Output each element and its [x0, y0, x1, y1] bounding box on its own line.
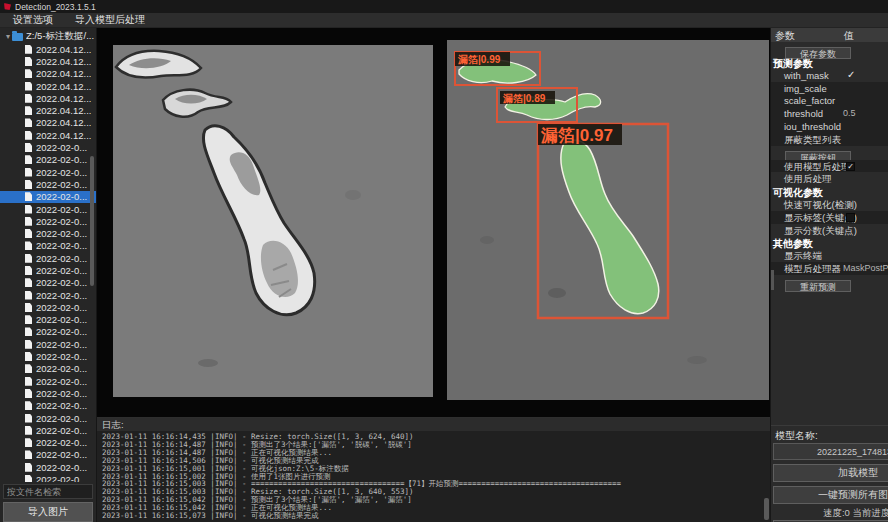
- tree-item-label: 2022.04.12...: [36, 93, 91, 104]
- param-row[interactable]: 显示分数(关键点): [771, 224, 888, 237]
- tree-item[interactable]: 2022-02-0...: [0, 154, 96, 166]
- title-bar: Detection_2023.1.5.1: [0, 0, 888, 13]
- tree-item[interactable]: 2022-02-0...: [0, 166, 96, 178]
- tree-item[interactable]: 2022-02-0...: [0, 277, 96, 289]
- load-model-button[interactable]: 加载模型: [773, 464, 888, 482]
- file-icon: [25, 414, 32, 423]
- tree-item[interactable]: 2022-02-0...: [0, 191, 96, 203]
- file-icon: [25, 229, 32, 238]
- model-name-field[interactable]: 20221225_174813: [773, 443, 888, 460]
- tree-item[interactable]: 2022-02-0...: [0, 326, 96, 338]
- file-icon: [25, 155, 32, 164]
- tree-item-label: 2022-02-0...: [36, 363, 87, 374]
- file-icon: [25, 192, 32, 201]
- param-row[interactable]: 快速可视化(检测): [771, 198, 888, 211]
- params-rows: 保存参数预测参数with_mask✓img_scalescale_factort…: [771, 42, 888, 289]
- tree-item[interactable]: 2022-02-0...: [0, 473, 96, 482]
- tree-item-label: 2022-02-0...: [36, 425, 87, 436]
- tree-item-label: 2022-02-0...: [36, 290, 87, 301]
- menu-item-0[interactable]: 设置选项: [9, 13, 57, 27]
- tree-item[interactable]: 2022-02-0...: [0, 141, 96, 153]
- tree-item[interactable]: 2022.04.12...: [0, 117, 96, 129]
- param-row[interactable]: with_mask✓: [771, 69, 888, 82]
- original-image[interactable]: [113, 45, 433, 397]
- tree-item[interactable]: 2022-02-0...: [0, 264, 96, 276]
- tree-item-label: 2022-02-0...: [36, 191, 87, 202]
- param-section-label: 可视化参数: [771, 185, 888, 198]
- tree-item[interactable]: 2022-02-0...: [0, 301, 96, 313]
- file-icon: [25, 180, 32, 189]
- param-row[interactable]: 使用模型后处理✓: [771, 160, 888, 173]
- file-icon: [25, 168, 32, 177]
- file-icon: [25, 475, 32, 482]
- tree-item[interactable]: 2022-02-0...: [0, 400, 96, 412]
- tree-item[interactable]: 2022-02-0...: [0, 350, 96, 362]
- tree-item[interactable]: 2022-02-0...: [0, 240, 96, 252]
- params-scrollbar[interactable]: [771, 270, 774, 290]
- tree-item-label: 2022-02-0...: [36, 449, 87, 460]
- tree-item-label: 2022-02-0...: [36, 228, 87, 239]
- tree-item[interactable]: 2022-02-0...: [0, 178, 96, 190]
- param-button[interactable]: 重新预测: [785, 280, 851, 292]
- tree-item[interactable]: 2022-02-0...: [0, 449, 96, 461]
- progress-status: 速度:0 当前进度:: [773, 507, 888, 520]
- param-row[interactable]: 显示终端: [771, 249, 888, 262]
- param-row[interactable]: threshold0.5: [771, 107, 888, 120]
- checkbox-unchecked[interactable]: [846, 213, 855, 222]
- log-scrollbar[interactable]: [764, 498, 769, 520]
- tree-item[interactable]: 2022-02-0...: [0, 252, 96, 264]
- tree-item[interactable]: 2022-02-0...: [0, 424, 96, 436]
- param-row[interactable]: 模型后处理器MaskPostPro: [771, 262, 888, 275]
- log-line: 2023-01-11 16:16:14,435 |INFO| - Resize:…: [102, 433, 770, 441]
- params-panel: 参数 值 保存参数预测参数with_mask✓img_scalescale_fa…: [770, 28, 888, 522]
- param-row[interactable]: img_scale: [771, 82, 888, 95]
- tree-item[interactable]: 2022-02-0...: [0, 314, 96, 326]
- tree-item[interactable]: 2022-02-0...: [0, 461, 96, 473]
- image-viewer: 漏箔|0.99 漏箔|0.89 漏箔|0.97: [97, 28, 770, 417]
- tree-item[interactable]: 2022.04.12...: [0, 92, 96, 104]
- file-tree-items: 2022.04.12...2022.04.12...2022.04.12...2…: [0, 43, 96, 482]
- tree-item-label: 2022-02-0...: [36, 400, 87, 411]
- tree-item[interactable]: 2022.04.12...: [0, 80, 96, 92]
- tree-item-label: 2022-02-0...: [36, 240, 87, 251]
- menu-item-1[interactable]: 导入模型后处理: [71, 13, 149, 27]
- predict-all-button[interactable]: 一键预测所有图片: [773, 486, 888, 504]
- tree-item[interactable]: 2022-02-0...: [0, 363, 96, 375]
- tree-item[interactable]: 2022.04.12...: [0, 129, 96, 141]
- search-input[interactable]: [3, 484, 93, 499]
- tree-item[interactable]: 2022.04.12...: [0, 68, 96, 80]
- tree-item-label: 2022-02-0...: [36, 142, 87, 153]
- tree-item-label: 2022-02-0...: [36, 179, 87, 190]
- import-image-button[interactable]: 导入图片: [3, 502, 93, 522]
- file-icon: [25, 82, 32, 91]
- tree-item[interactable]: 2022.04.12...: [0, 55, 96, 67]
- tree-item-label: 2022.04.12...: [36, 105, 91, 116]
- tree-item[interactable]: 2022-02-0...: [0, 375, 96, 387]
- tree-item[interactable]: 2022-02-0...: [0, 203, 96, 215]
- tree-scrollbar[interactable]: [90, 156, 94, 286]
- tree-item[interactable]: 2022-02-0...: [0, 412, 96, 424]
- tree-root-folder[interactable]: ▾ Z:/5-标注数据/...: [0, 30, 96, 43]
- param-row[interactable]: 使用后处理: [771, 172, 888, 185]
- tree-item-label: 2022-02-0...: [36, 277, 87, 288]
- param-label: 屏蔽类型列表: [784, 134, 841, 147]
- tree-item[interactable]: 2022.04.12...: [0, 104, 96, 116]
- file-icon: [25, 45, 32, 54]
- tree-item[interactable]: 2022-02-0...: [0, 227, 96, 239]
- param-row[interactable]: scale_factor: [771, 94, 888, 107]
- param-row[interactable]: 屏蔽类型列表: [771, 133, 888, 146]
- param-row[interactable]: 显示标签(关键点): [771, 211, 888, 224]
- prediction-image[interactable]: 漏箔|0.99 漏箔|0.89 漏箔|0.97: [447, 40, 769, 400]
- param-row[interactable]: iou_threshold: [771, 120, 888, 133]
- tree-item[interactable]: 2022-02-0...: [0, 215, 96, 227]
- tree-item[interactable]: 2022-02-0...: [0, 387, 96, 399]
- file-icon: [25, 278, 32, 287]
- file-icon: [25, 340, 32, 349]
- param-label: iou_threshold: [784, 121, 841, 132]
- tree-item[interactable]: 2022.04.12...: [0, 43, 96, 55]
- checkbox-checked[interactable]: ✓: [846, 162, 855, 171]
- tree-item[interactable]: 2022-02-0...: [0, 289, 96, 301]
- tree-item[interactable]: 2022-02-0...: [0, 338, 96, 350]
- tree-item-label: 2022-02-0...: [36, 462, 87, 473]
- tree-item[interactable]: 2022-02-0...: [0, 437, 96, 449]
